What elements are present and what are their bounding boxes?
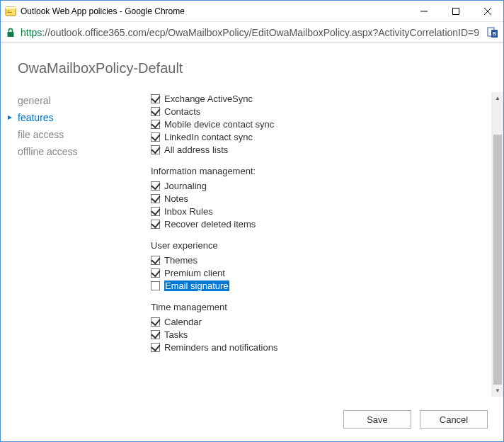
checkbox-row: Mobile device contact sync: [151, 118, 487, 130]
url-text: https://outlook.office365.com/ecp/OwaMai…: [21, 27, 482, 38]
checkbox-label: Contacts: [164, 106, 200, 117]
page-content: OwaMailboxPolicy-Default general feature…: [1, 43, 503, 441]
url-rest: ://outlook.office365.com/ecp/OwaMailboxP…: [42, 27, 479, 38]
checkbox-row: All address lists: [151, 143, 487, 156]
checkbox-inbox-rules[interactable]: [151, 207, 160, 216]
app-favicon: [5, 6, 16, 17]
svg-text:S: S: [493, 30, 497, 37]
sidebar-nav: general features file access offline acc…: [18, 92, 138, 397]
checkbox-label: Email signature: [164, 280, 229, 291]
checkbox-premium-client[interactable]: [151, 268, 160, 278]
section-heading-info-mgmt: Information management:: [151, 166, 487, 176]
scroll-down-arrow-icon[interactable]: ▼: [492, 385, 503, 397]
checkbox-label: Exchange ActiveSync: [164, 94, 253, 104]
checkbox-row: Themes: [151, 254, 487, 266]
svg-rect-1: [6, 7, 16, 9]
checkbox-row: Calendar: [151, 315, 487, 328]
svg-rect-2: [7, 11, 10, 11]
checkbox-row: Inbox Rules: [151, 205, 487, 217]
features-panel: Exchange ActiveSync Contacts Mobile devi…: [138, 92, 491, 397]
lock-icon: [5, 27, 16, 38]
scrollbar-thumb[interactable]: [493, 135, 502, 385]
checkbox-label: Tasks: [164, 329, 188, 340]
address-bar[interactable]: https://outlook.office365.com/ecp/OwaMai…: [1, 22, 503, 43]
checkbox-row: Notes: [151, 192, 487, 205]
checkbox-label: Premium client: [164, 268, 225, 278]
checkbox-row: Reminders and notifications: [151, 341, 487, 353]
checkbox-contacts[interactable]: [151, 107, 160, 116]
page-title: OwaMailboxPolicy-Default: [1, 43, 503, 92]
checkbox-row: Exchange ActiveSync: [151, 92, 487, 105]
checkbox-row: Email signature: [151, 279, 487, 292]
checkbox-row: Tasks: [151, 328, 487, 341]
checkbox-all-address-lists[interactable]: [151, 145, 160, 154]
url-scheme: https: [21, 27, 42, 38]
sidebar-item-file-access[interactable]: file access: [18, 128, 138, 144]
dialog-footer: Save Cancel: [343, 410, 488, 429]
cancel-button[interactable]: Cancel: [420, 410, 488, 429]
checkbox-calendar[interactable]: [151, 317, 160, 327]
checkbox-notes[interactable]: [151, 194, 160, 203]
checkbox-label: Calendar: [164, 317, 202, 327]
checkbox-mobile-contact-sync[interactable]: [151, 120, 160, 129]
checkbox-label: Themes: [164, 255, 197, 266]
section-heading-time-mgmt: Time management: [151, 302, 487, 312]
sidebar-item-offline-access[interactable]: offline access: [18, 144, 138, 162]
minimize-button[interactable]: [408, 1, 440, 21]
checkbox-exchange-activesync[interactable]: [151, 94, 160, 103]
window-controls: [408, 1, 503, 21]
sidebar-item-general[interactable]: general: [18, 94, 138, 110]
checkbox-row: Premium client: [151, 266, 487, 279]
scroll-up-arrow-icon[interactable]: ▲: [492, 92, 503, 104]
checkbox-row: Journaling: [151, 179, 487, 192]
page-action-icon[interactable]: S: [486, 26, 499, 39]
section-heading-user-exp: User experience: [151, 240, 487, 251]
checkbox-label: Journaling: [164, 181, 207, 191]
checkbox-label: Recover deleted items: [164, 219, 256, 230]
svg-rect-8: [8, 32, 14, 37]
checkbox-label: Reminders and notifications: [164, 342, 277, 353]
vertical-scrollbar[interactable]: ▲ ▼: [491, 92, 503, 397]
window-title: Outlook Web App policies - Google Chrome: [21, 6, 408, 16]
checkbox-reminders[interactable]: [151, 343, 160, 352]
checkbox-row: LinkedIn contact sync: [151, 130, 487, 143]
checkbox-row: Contacts: [151, 105, 487, 118]
checkbox-tasks[interactable]: [151, 330, 160, 339]
close-button[interactable]: [471, 1, 503, 21]
svg-rect-5: [452, 8, 459, 14]
checkbox-journaling[interactable]: [151, 181, 160, 191]
checkbox-label: All address lists: [164, 144, 228, 155]
save-button[interactable]: Save: [343, 410, 411, 429]
checkbox-themes[interactable]: [151, 256, 160, 265]
maximize-button[interactable]: [440, 1, 471, 21]
checkbox-label: Notes: [164, 193, 188, 204]
checkbox-email-signature[interactable]: [151, 281, 160, 290]
checkbox-label: Mobile device contact sync: [164, 119, 274, 130]
checkbox-label: Inbox Rules: [164, 206, 213, 217]
checkbox-row: Recover deleted items: [151, 217, 487, 230]
checkbox-recover-deleted[interactable]: [151, 220, 160, 229]
checkbox-linkedin-sync[interactable]: [151, 132, 160, 142]
checkbox-label: LinkedIn contact sync: [164, 132, 253, 142]
sidebar-item-features[interactable]: features: [18, 110, 138, 128]
window-titlebar: Outlook Web App policies - Google Chrome: [1, 1, 503, 22]
svg-rect-3: [7, 12, 12, 13]
